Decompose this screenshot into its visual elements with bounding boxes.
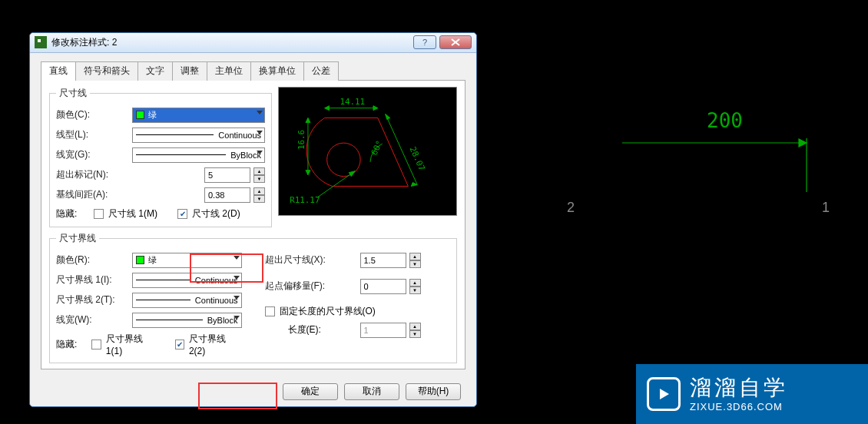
tab-fit[interactable]: 调整 (172, 61, 207, 81)
preview-pane: 14.11 16.6 60° 28.07 R11.17 (278, 87, 457, 216)
extline1-checkbox[interactable] (91, 340, 101, 349)
tab-symbols-arrows[interactable]: 符号和箭头 (75, 61, 138, 81)
svg-rect-1 (38, 39, 41, 42)
extline-lineweight-label: 线宽(W): (56, 313, 129, 326)
tab-text[interactable]: 文字 (137, 61, 173, 81)
color-swatch-green (136, 256, 144, 264)
help-icon[interactable]: ? (413, 35, 436, 49)
extline2-linetype-label: 尺寸界线 2(T): (56, 293, 129, 306)
extline2-linetype-value: Continuous (195, 296, 238, 305)
spinner[interactable]: ▲▼ (409, 279, 421, 294)
line-sample (136, 300, 190, 300)
dimline-lineweight-label: 线宽(G): (56, 148, 129, 161)
tab-alt-units[interactable]: 换算单位 (250, 61, 304, 81)
play-icon (647, 377, 681, 411)
cancel-button[interactable]: 取消 (344, 383, 399, 400)
offset-origin-input[interactable]: 0 (360, 279, 406, 294)
help-button[interactable]: 帮助(H) (406, 383, 461, 400)
preview-radius-dim: R11.17 (290, 195, 320, 205)
chevron-down-icon (257, 151, 263, 154)
extline-color-value: 绿 (148, 254, 157, 266)
logo-chinese: 溜溜自学 (690, 377, 788, 399)
chevron-down-icon (234, 296, 240, 300)
dimension-line-group: 尺寸线 颜色(C): 绿 线型(L): (49, 87, 272, 227)
titlebar: 修改标注样式: 2 ? (30, 33, 476, 53)
fixed-length-label: 固定长度的尺寸界线(O) (280, 305, 376, 318)
chevron-down-icon (234, 256, 240, 260)
cad-dimension-value: 200 (707, 109, 743, 132)
dimline-color-select[interactable]: 绿 (132, 108, 265, 123)
tab-content: 尺寸线 颜色(C): 绿 线型(L): (41, 81, 465, 369)
dimline2-checkbox[interactable] (177, 209, 187, 219)
line-sample (136, 154, 226, 155)
extline1-linetype-label: 尺寸界线 1(I): (56, 273, 129, 287)
dimline-lineweight-select[interactable]: ByBlock (132, 147, 265, 163)
fixed-length-checkbox[interactable] (265, 306, 275, 316)
tab-tolerances[interactable]: 公差 (303, 61, 339, 81)
dialog-footer: 确定 取消 帮助(H) (30, 377, 476, 406)
logo-url: ZIXUE.3D66.COM (690, 402, 788, 412)
extline-color-select[interactable]: 绿 (132, 253, 242, 268)
dimline-hide-label: 隐藏: (56, 207, 91, 220)
cad-point-2: 2 (567, 200, 575, 216)
svg-point-4 (327, 143, 360, 176)
window-title: 修改标注样式: 2 (51, 36, 410, 49)
extend-beyond-label: 超出尺寸线(X): (265, 253, 357, 267)
extline1-linetype-select[interactable]: Continuous (132, 273, 242, 288)
dimline-linetype-value: Continuous (218, 131, 261, 140)
baseline-spacing-label: 基线间距(A): (56, 188, 129, 201)
extline1-linetype-value: Continuous (195, 276, 238, 285)
extline2-label: 尺寸界线 2(2) (189, 333, 242, 356)
extline-hide-label: 隐藏: (56, 338, 88, 351)
spinner[interactable]: ▲▼ (253, 187, 265, 203)
color-swatch-green (136, 111, 144, 119)
extend-ticks-input[interactable]: 5 (204, 167, 250, 183)
dimline1-label: 尺寸线 1(M) (108, 207, 157, 220)
extline-color-label: 颜色(R): (56, 253, 129, 267)
line-sample (136, 320, 203, 320)
dimline-color-value: 绿 (148, 109, 157, 121)
line-sample (136, 280, 190, 280)
tab-primary-units[interactable]: 主单位 (207, 61, 251, 81)
dimline-linetype-label: 线型(L): (56, 128, 129, 141)
preview-angle-dim: 60° (369, 139, 385, 157)
length-input[interactable]: 1 (360, 323, 406, 338)
extend-beyond-input[interactable]: 1.5 (360, 253, 406, 268)
extension-line-legend: 尺寸界线 (56, 232, 99, 245)
svg-line-8 (317, 171, 355, 197)
extline2-linetype-select[interactable]: Continuous (132, 293, 242, 308)
preview-left-dim: 16.6 (297, 130, 306, 150)
extend-ticks-label: 超出标记(N): (56, 168, 129, 181)
dimline2-label: 尺寸线 2(D) (192, 207, 240, 220)
dimline-color-label: 颜色(C): (56, 108, 129, 121)
cad-point-1: 1 (822, 200, 830, 216)
spinner[interactable]: ▲▼ (253, 167, 265, 183)
spinner[interactable]: ▲▼ (409, 323, 421, 338)
length-label: 长度(E): (288, 323, 357, 336)
spinner[interactable]: ▲▼ (409, 253, 421, 268)
preview-diag-dim: 28.07 (408, 145, 427, 172)
app-icon (35, 36, 47, 48)
chevron-down-icon (257, 111, 263, 114)
tabs: 直线 符号和箭头 文字 调整 主单位 换算单位 公差 (41, 61, 465, 81)
extension-line-group: 尺寸界线 颜色(R): 绿 尺寸界线 1(I): (49, 232, 457, 363)
chevron-down-icon (234, 276, 240, 280)
line-sample (136, 134, 214, 135)
cad-viewport: 200 2 1 (591, 100, 822, 230)
extline-lineweight-select[interactable]: ByBlock (132, 313, 242, 328)
chevron-down-icon (234, 316, 240, 320)
dimension-line-legend: 尺寸线 (56, 87, 90, 100)
ok-button[interactable]: 确定 (283, 383, 338, 400)
extline1-label: 尺寸界线 1(1) (106, 333, 159, 356)
dimline-linetype-select[interactable]: Continuous (132, 128, 265, 143)
chevron-down-icon (257, 131, 263, 134)
dimline1-checkbox[interactable] (94, 209, 104, 219)
extline2-checkbox[interactable] (175, 340, 184, 349)
tab-lines[interactable]: 直线 (41, 61, 76, 81)
close-button[interactable] (439, 35, 472, 49)
preview-top-dim: 14.11 (340, 96, 365, 106)
watermark-logo: 溜溜自学 ZIXUE.3D66.COM (636, 364, 868, 424)
baseline-spacing-input[interactable]: 0.38 (204, 187, 250, 203)
offset-origin-label: 起点偏移量(F): (265, 280, 357, 293)
